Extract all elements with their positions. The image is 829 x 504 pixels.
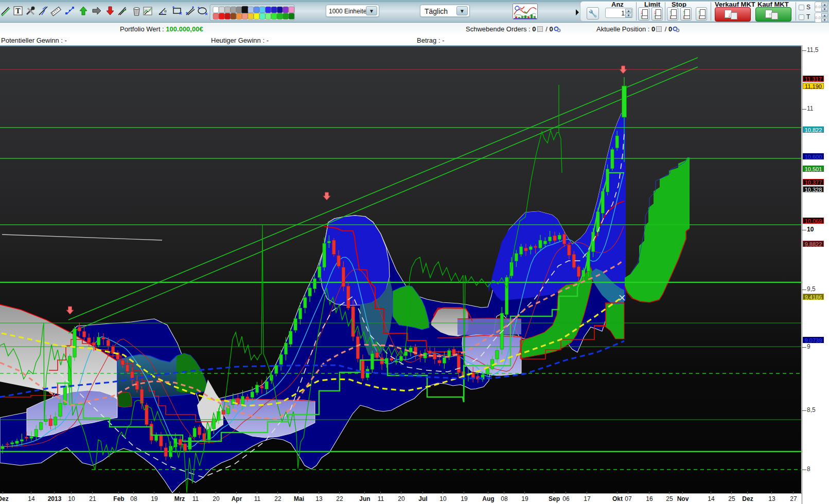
svg-text:α: α: [164, 9, 167, 13]
svg-text:T: T: [15, 7, 21, 15]
